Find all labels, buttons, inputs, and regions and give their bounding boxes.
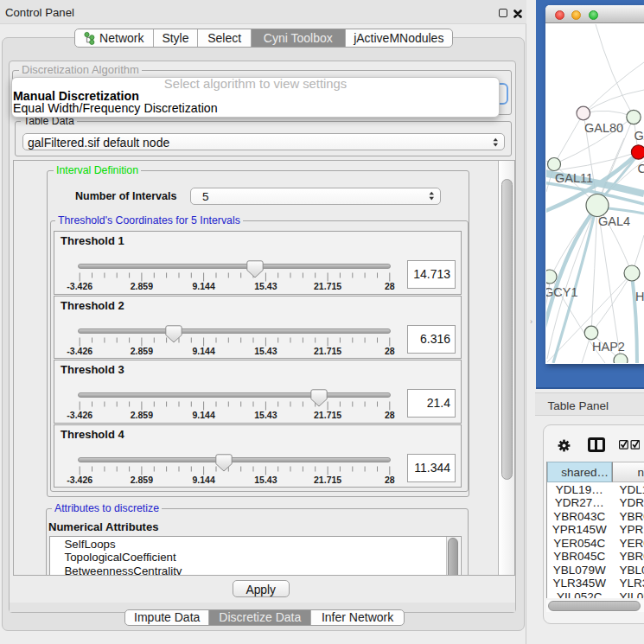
svg-text:GAL11: GAL11 — [555, 171, 593, 185]
svg-text:GA: GA — [634, 129, 644, 143]
svg-text:GAL80: GAL80 — [584, 121, 623, 135]
svg-text:GAL4: GAL4 — [598, 214, 630, 228]
svg-text:H: H — [635, 290, 644, 303]
svg-text:GCY1: GCY1 — [546, 285, 578, 299]
svg-text:HAP2: HAP2 — [592, 340, 625, 354]
svg-text:C: C — [638, 162, 644, 175]
